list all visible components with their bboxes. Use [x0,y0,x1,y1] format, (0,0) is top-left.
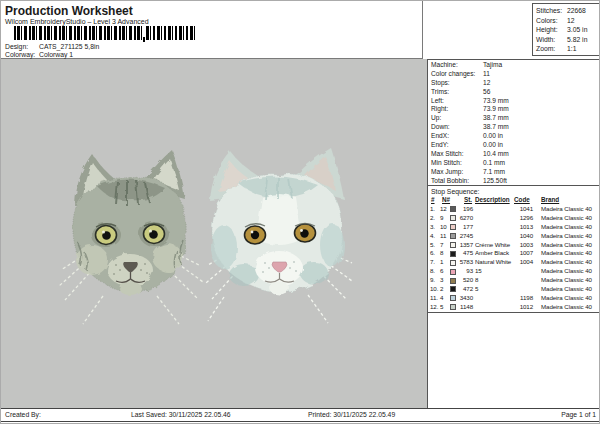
row-number: 11. [428,294,440,303]
row-number: 9. [428,276,440,285]
needle-number: 3 [440,276,450,285]
stitch-count: 1357 [458,241,473,250]
thread-description: Amber Black [475,249,513,258]
machine-label: Trims: [431,88,449,97]
summary-value: 12 [567,17,575,24]
thread-brand: Madeira Classic 40 [541,303,592,312]
col-header-stitches: St. [464,196,472,203]
color-swatch [450,251,456,257]
table-row: 6. 8 475 Amber Black 1007 Madeira Classi… [428,249,599,258]
table-row: 8. 6 93 15 Madeira Classic 40 [428,267,599,276]
thread-code [513,285,533,294]
thread-description [475,232,513,241]
machine-row: EndY: 0.00 in [428,141,599,150]
thread-brand: Madeira Classic 40 [541,294,592,303]
machine-row: EndX: 0.00 in [428,132,599,141]
machine-label: Stops: [431,79,450,88]
machine-row: Max Jump: 7.1 mm [428,168,599,177]
machine-value: 73.9 mm [483,97,509,106]
production-worksheet-page: Production Worksheet Wilcom EmbroiderySt… [0,0,600,424]
machine-label: Right: [431,105,448,114]
thread-brand: Madeira Classic 40 [541,285,592,294]
summary-value: 5.82 in [567,36,587,43]
thread-code: 1198 [513,294,533,303]
row-number: 3. [428,223,440,232]
summary-row: Height:3.05 in [533,25,599,35]
stop-sequence-title: Stop Sequence: [428,186,599,196]
needle-number: 8 [440,249,450,258]
needle-number: 12 [440,205,450,214]
summary-label: Height: [536,25,567,35]
machine-label: Max Stitch: [431,150,464,159]
printed-text: Printed: 30/11/2025 22.05.49 [308,409,395,421]
barcode-segment [146,26,196,40]
stitch-count: 2745 [458,232,473,241]
machine-row: Total Bobbin: 125.50ft [428,177,599,186]
col-header-num: # [431,196,435,203]
summary-label: Width: [536,35,567,45]
color-swatch [450,224,456,230]
thread-description [475,214,513,223]
thread-code: 1041 [513,205,533,214]
needle-number: 4 [440,294,450,303]
stitch-count: 3430 [458,294,473,303]
machine-row: Trims: 56 [428,88,599,97]
worksheet-footer: Created By: Last Saved: 30/11/2025 22.05… [1,408,600,422]
thread-color-cell [450,258,458,267]
machine-row: Right: 73.9 mm [428,105,599,114]
design-canvas [1,59,427,408]
machine-label: EndX: [431,132,449,141]
color-swatch [450,269,456,275]
table-row: 1. 12 196 1041 Madeira Classic 40 [428,205,599,214]
thread-color-cell [450,205,458,214]
stitch-count: 6270 [458,214,473,223]
colorway-label: Colorway: [5,51,39,58]
summary-value: 1:1 [567,45,576,52]
stitch-count: 177 [458,223,473,232]
created-by-label: Created By: [5,409,41,421]
table-row: 7. 1 5783 Natural White 1004 Madeira Cla… [428,258,599,267]
machine-row: Down: 38.7 mm [428,123,599,132]
needle-number: 5 [440,303,450,312]
thread-code [513,267,533,276]
stitch-count: 93 [458,267,473,276]
stitch-count: 520 [458,276,473,285]
design-label: Design: [5,43,39,50]
summary-row: Zoom:1:1 [533,44,599,54]
machine-label: Max Jump: [431,168,463,177]
summary-row: Width:5.82 in [533,35,599,45]
row-number: 8. [428,267,440,276]
thread-code: 1296 [513,214,533,223]
row-number: 5. [428,241,440,250]
col-header-needle: N# [442,196,450,203]
machine-label: Min Stitch: [431,159,462,168]
color-swatch [450,260,456,266]
color-swatch [450,206,456,212]
col-header-brand: Brand [541,196,559,203]
needle-number: 7 [440,241,450,250]
machine-info-box: Machine: Tajima Color changes: 11 Stops:… [428,59,599,186]
table-row: 2. 9 6270 1296 Madeira Classic 40 [428,214,599,223]
machine-value: Tajima [483,61,502,70]
design-barcode [14,26,196,40]
table-row: 4. 11 2745 1040 Madeira Classic 40 [428,232,599,241]
page-number: Page 1 of 1 [561,409,596,421]
thread-color-cell [450,267,458,276]
machine-value: 38.7 mm [483,123,509,132]
machine-value: 73.9 mm [483,105,509,114]
machine-value: 11 [483,70,490,79]
col-header-description: Description [475,196,510,203]
thread-color-cell [450,249,458,258]
stitch-count: 196 [458,205,473,214]
worksheet-header: Production Worksheet Wilcom EmbroiderySt… [1,1,423,59]
info-panel: Machine: Tajima Color changes: 11 Stops:… [427,59,600,408]
summary-label: Colors: [536,16,567,26]
summary-row: Colors:12 [533,16,599,26]
thread-color-cell [450,303,458,312]
design-value: CATS_271125 5,8in [39,43,99,50]
color-swatch [450,278,456,284]
machine-row: Stops: 12 [428,79,599,88]
thread-brand: Madeira Classic 40 [541,258,592,267]
stop-sequence-header: # N# St. Description Code Brand [428,196,599,205]
machine-value: 38.7 mm [483,114,509,123]
